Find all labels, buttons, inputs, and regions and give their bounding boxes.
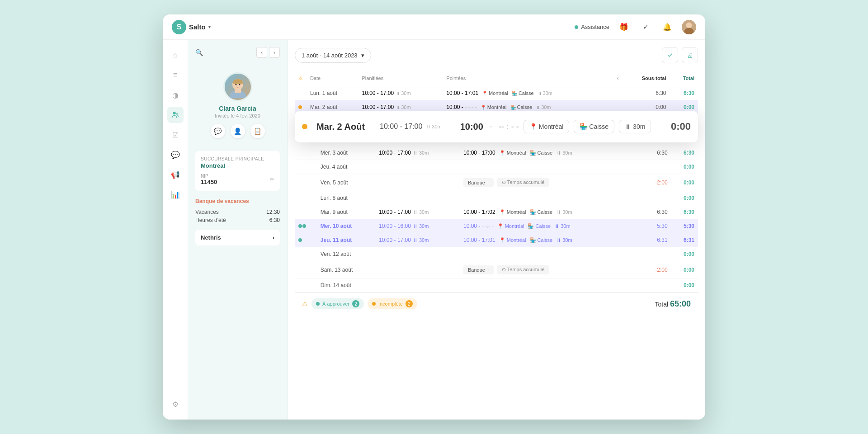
pin-icon: 📍 xyxy=(497,223,504,229)
row-pointed: 10:00 - - -:- - 📍 Montréal 🏪 Caisse ⏸ 30… xyxy=(460,219,632,233)
footer-right: Total 65:00 xyxy=(655,299,691,309)
expanded-break-value: 30m xyxy=(432,124,441,129)
nav-prev-button[interactable]: ‹ xyxy=(256,47,267,58)
table-row: Jeu. 4 août 0:00 xyxy=(295,160,698,174)
planned-time-range: 10:00 - 17:00 ⏸ 30m xyxy=(362,104,439,110)
row-nav xyxy=(632,278,642,292)
pointed-cell: 10:00 - 17:01 📍 Montréal 🏪 Caisse ⏸ 30m xyxy=(463,237,628,243)
location-pin-icon: 📍 xyxy=(482,91,487,96)
blue-dot-icon xyxy=(298,224,302,228)
expanded-dept[interactable]: 🏪 Caisse xyxy=(574,120,614,133)
row-pointed xyxy=(460,160,632,174)
dept-badge: 🏪 Caisse xyxy=(528,223,551,229)
row-nav xyxy=(632,191,642,205)
bank-tags: Banque ↑ ⊙ Temps accumulé xyxy=(463,265,628,274)
planned-time: 10:00 - 17:00 xyxy=(379,150,411,156)
expanded-end-time[interactable]: -- : - - xyxy=(499,122,519,132)
profile-action-icon[interactable]: 👤 xyxy=(231,124,245,138)
sidebar-item-home[interactable]: ⌂ xyxy=(167,47,184,63)
expanded-planned: 10:00 - 17:00 ⏸ 30m xyxy=(380,123,442,131)
table-row[interactable]: Mer. 10 août 10:00 - 16:00 ⏸ 30m 10:00 -… xyxy=(295,219,698,233)
left-panel: 🔍 ‹ › xyxy=(188,40,288,420)
row-total: 0:00 xyxy=(671,278,698,292)
svg-point-1 xyxy=(686,22,692,28)
vacation-value-heures: 6:30 xyxy=(269,217,280,223)
pin-icon: 📍 xyxy=(499,150,505,156)
user-avatar[interactable] xyxy=(682,20,696,34)
vacation-value-vacances: 12:30 xyxy=(266,209,280,215)
date-range-chevron: ▾ xyxy=(361,52,364,59)
row-date: Mar. 9 août xyxy=(317,205,375,219)
expanded-break[interactable]: ⏸ 30m xyxy=(619,120,651,133)
expanded-start-time[interactable]: 10:00 xyxy=(460,122,483,132)
th-sous-total: Sous-total xyxy=(623,71,670,86)
notification-icon[interactable]: 🔔 xyxy=(660,20,675,34)
th-pointed: Pointées xyxy=(443,71,613,86)
expanded-break-parallel-icon: ⏸ xyxy=(625,123,631,130)
app-dropdown-arrow[interactable]: ▾ xyxy=(208,24,211,29)
row-sous-total xyxy=(642,191,671,205)
table-nav-icon[interactable]: ‹ xyxy=(617,75,619,81)
row-date: Jeu. 4 août xyxy=(317,160,375,174)
dashes: - -:- - xyxy=(465,104,477,110)
row-pointed: Banque ↑ ⊙ Temps accumulé xyxy=(460,261,632,278)
nip-value: 11450 xyxy=(201,179,217,185)
nethris-label: Nethris xyxy=(201,234,221,241)
nip-edit-icon[interactable]: ✏ xyxy=(270,176,274,183)
row-indicator xyxy=(295,146,317,160)
date-range-selector[interactable]: 1 août - 14 août 2023 ▾ xyxy=(295,48,371,63)
pointed-cell: 10:00 - - -:- - 📍 Montréal 🏪 Caisse xyxy=(446,104,609,110)
vacation-item-heures: Heures d'été 6:30 xyxy=(195,216,280,224)
pointed-cell: 10:00 - 17:00 📍 Montréal 🏪 Caisse ⏸ 30m xyxy=(463,150,628,156)
schedule-table-bottom: Mer. 3 août 10:00 - 17:00 ⏸ 30m 10:00 - … xyxy=(295,146,698,292)
badge-approuver[interactable]: À approuver 2 xyxy=(311,298,364,309)
badge-approuver-count: 2 xyxy=(352,300,359,307)
footer-total-value: 65:00 xyxy=(670,299,691,308)
print-action-button[interactable]: 🖨 xyxy=(682,47,698,63)
pointed-time: 10:00 - 17:00 xyxy=(463,150,495,156)
badge-incomplete[interactable]: Incomplète 2 xyxy=(368,298,417,309)
sidebar-item-people[interactable] xyxy=(167,107,184,123)
sidebar-item-analytics[interactable]: ◑ xyxy=(167,87,184,103)
pointed-cell: 10:00 - - -:- - 📍 Montréal 🏪 Caisse ⏸ 30… xyxy=(463,223,628,229)
checkmark-icon[interactable]: ✓ xyxy=(638,20,653,34)
planned-break: ⏸ 30m xyxy=(413,237,429,243)
sidebar-item-announcements[interactable]: 📢 xyxy=(167,166,184,183)
row-date: Sam. 13 août xyxy=(317,261,375,278)
row-pointed: Banque ↑ ⊙ Temps accumulé xyxy=(460,174,632,191)
validate-action-button[interactable] xyxy=(662,47,678,63)
sidebar-item-reports[interactable]: 📊 xyxy=(167,186,184,203)
sidebar-item-chat[interactable]: 💬 xyxy=(167,146,184,163)
sidebar-item-list[interactable]: ≡ xyxy=(167,67,184,83)
row-planned xyxy=(375,247,460,261)
expanded-location[interactable]: 📍 Montréal xyxy=(524,120,569,133)
assistance-button[interactable]: Assistance xyxy=(575,24,609,30)
row-planned xyxy=(375,261,460,278)
nethris-button[interactable]: Nethris › xyxy=(195,230,280,245)
planned-time: 10:00 - 17:00 xyxy=(362,104,394,110)
row-date: Mer. 10 août xyxy=(317,219,375,233)
pin-icon: 📍 xyxy=(499,237,505,243)
expanded-row-popup: Mar. 2 Août 10:00 - 17:00 ⏸ 30m 10:00 xyxy=(295,111,698,142)
bank-tags: Banque ↑ ⊙ Temps accumulé xyxy=(463,178,628,187)
date-range-text: 1 août - 14 août 2023 xyxy=(302,52,358,59)
nip-row: NIP 11450 ✏ xyxy=(201,174,274,185)
message-action-icon[interactable]: 💬 xyxy=(211,124,225,138)
dept-icon: 🏪 xyxy=(510,105,516,110)
sidebar-item-settings[interactable]: ⚙ xyxy=(167,396,184,412)
document-action-icon[interactable]: 📋 xyxy=(250,124,265,138)
bank-tag: Banque ↑ xyxy=(463,265,494,274)
search-icon[interactable]: 🔍 xyxy=(195,49,203,56)
sidebar-item-tasks[interactable]: ☑ xyxy=(167,127,184,143)
badge-blue-dot xyxy=(316,302,320,306)
expanded-break-duration: 30m xyxy=(633,123,645,130)
gift-icon[interactable]: 🎁 xyxy=(617,20,631,34)
row-planned xyxy=(375,160,460,174)
expanded-planned-break: ⏸ 30m xyxy=(426,124,441,129)
table-row: Lun. 8 août 0:00 xyxy=(295,191,698,205)
nav-next-button[interactable]: › xyxy=(269,47,280,58)
row-total: 0:00 xyxy=(671,160,698,174)
pointed-break: ⏸ 30m xyxy=(536,104,551,110)
table-row: Mer. 3 août 10:00 - 17:00 ⏸ 30m 10:00 - … xyxy=(295,146,698,160)
table-row[interactable]: Jeu. 11 août 10:00 - 17:00 ⏸ 30m 10:00 -… xyxy=(295,233,698,247)
